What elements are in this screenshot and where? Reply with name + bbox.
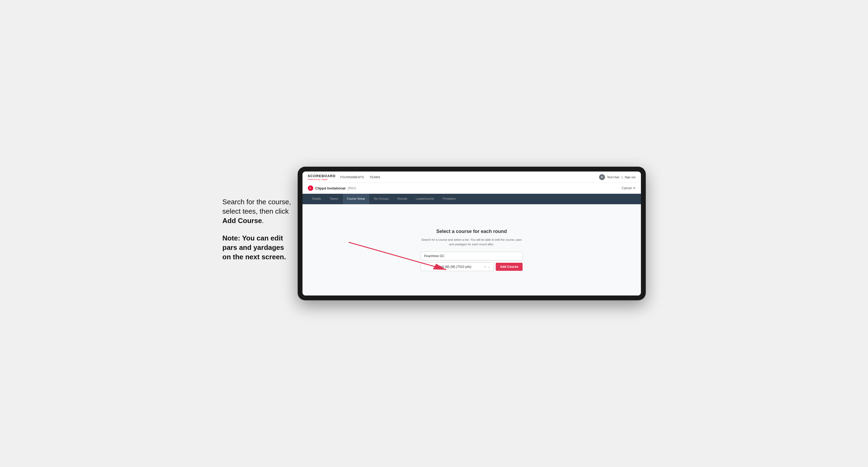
instruction-text: Search for the course, select tees, then… [222, 197, 292, 225]
tab-course-setup[interactable]: Course Setup [343, 194, 369, 204]
course-setup-card: Select a course for each round Search fo… [421, 229, 523, 271]
tournament-header: C Clippd Invitational (Men) Cancel ✕ [303, 183, 641, 194]
nav-teams[interactable]: TEAMS [370, 176, 380, 179]
tab-printables[interactable]: Printables [438, 194, 460, 204]
cancel-icon: ✕ [633, 186, 636, 190]
sign-out-link[interactable]: Sign out [625, 176, 635, 179]
tab-teams[interactable]: Teams [325, 194, 342, 204]
logo: SCOREBOARD Powered by clippd [308, 174, 336, 181]
tee-select-row: Gold (M) (M) (7010 yds) × ⌄ Add Course [421, 262, 523, 271]
tab-leaderboards[interactable]: Leaderboards [411, 194, 438, 204]
tournament-icon: C [308, 185, 313, 191]
tab-details[interactable]: Details [308, 194, 326, 204]
note-text: Note: You can edit pars and yardages on … [222, 234, 292, 262]
tee-clear-icon[interactable]: × [485, 265, 486, 269]
tab-tee-groups[interactable]: Tee Groups [369, 194, 393, 204]
user-avatar: R [599, 174, 605, 180]
main-content: Select a course for each round Search fo… [303, 204, 641, 295]
logo-area: SCOREBOARD Powered by clippd TOURNAMENTS… [308, 174, 380, 181]
tee-select-wrapper[interactable]: Gold (M) (M) (7010 yds) × ⌄ [421, 262, 494, 271]
tee-select-icons: × ⌄ [485, 265, 490, 269]
logo-text: SCOREBOARD [308, 174, 336, 178]
tournament-name: Clippd Invitational [315, 186, 346, 190]
add-course-button[interactable]: Add Course [496, 263, 523, 271]
separator: | [622, 176, 622, 179]
course-search-input[interactable] [421, 252, 523, 260]
instruction-panel: Search for the course, select tees, then… [222, 197, 298, 270]
main-nav: TOURNAMENTS TEAMS [340, 176, 380, 179]
tab-results[interactable]: Results [393, 194, 412, 204]
tablet-screen: SCOREBOARD Powered by clippd TOURNAMENTS… [303, 172, 641, 295]
card-title: Select a course for each round [421, 229, 523, 234]
card-description: Search for a course and select a tee. Yo… [421, 238, 523, 246]
nav-tournaments[interactable]: TOURNAMENTS [340, 176, 364, 179]
tablet-frame: SCOREBOARD Powered by clippd TOURNAMENTS… [298, 167, 646, 300]
instruction-bold: Add Course [222, 217, 262, 225]
header-right: R Test User | Sign out [599, 174, 636, 180]
tab-navigation: Details Teams Course Setup Tee Groups Re… [303, 194, 641, 204]
cancel-label: Cancel [622, 186, 631, 190]
tournament-title: C Clippd Invitational (Men) [308, 185, 356, 191]
user-label: Test User [607, 176, 619, 179]
tee-toggle-icon: ⌄ [488, 265, 490, 269]
cancel-button[interactable]: Cancel ✕ [622, 186, 635, 190]
tournament-subtitle: (Men) [348, 186, 356, 190]
tee-select-value: Gold (M) (M) (7010 yds) [424, 265, 485, 269]
logo-sub: Powered by clippd [308, 178, 336, 181]
app-header: SCOREBOARD Powered by clippd TOURNAMENTS… [303, 172, 641, 183]
